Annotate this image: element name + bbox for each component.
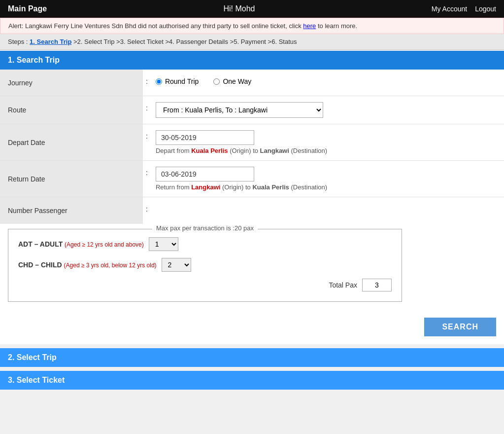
step-6: >6. Status [268, 38, 297, 45]
adult-age: (Aged ≥ 12 yrs old and above) [65, 241, 144, 248]
route-colon: : [143, 96, 151, 120]
adult-select[interactable]: 1 2 3 4 5 [149, 237, 178, 251]
alert-link[interactable]: here [303, 22, 316, 30]
section3-title: 3. Select Ticket [8, 376, 65, 384]
form-area: Journey : Round Trip One Way Route : Fro… [0, 70, 504, 344]
route-label: Route [0, 96, 143, 124]
section3-header: 3. Select Ticket [0, 371, 504, 390]
depart-dest: Langkawi [260, 147, 289, 154]
gap-spacer-1 [0, 344, 504, 346]
round-trip-option[interactable]: Round Trip [156, 77, 199, 85]
return-hint-mid: (Origin) to [220, 183, 252, 191]
search-button[interactable]: SEARCH [424, 318, 496, 336]
child-age: (Aged ≥ 3 yrs old, below 12 yrs old) [64, 262, 157, 269]
depart-origin: Kuala Perlis [191, 147, 228, 154]
return-date-input[interactable] [156, 167, 254, 181]
one-way-radio[interactable] [213, 78, 220, 85]
total-pax-input [362, 279, 392, 291]
return-date-label: Return Date [0, 161, 143, 197]
round-trip-radio[interactable] [156, 78, 162, 85]
return-origin: Langkawi [191, 183, 220, 191]
depart-date-row: Depart Date : Depart from Kuala Perlis (… [0, 124, 504, 161]
depart-hint: Depart from Kuala Perlis (Origin) to Lan… [156, 147, 499, 154]
steps-label: Steps : [8, 38, 28, 45]
one-way-label: One Way [223, 77, 251, 85]
my-account-link[interactable]: My Account [432, 5, 467, 13]
main-page-link[interactable]: Main Page [8, 4, 47, 13]
step-1[interactable]: 1. Search Trip [30, 38, 71, 45]
route-select[interactable]: From : Kuala Perlis, To : Langkawi [156, 102, 323, 118]
max-pax-title: Max pax per transaction is :20 pax [152, 224, 258, 232]
journey-options: Round Trip One Way [151, 70, 256, 93]
passenger-box-wrapper: Max pax per transaction is :20 pax ADT –… [0, 224, 504, 310]
logout-link[interactable]: Logout [475, 5, 496, 13]
header: Main Page Hi! Mohd My Account Logout [0, 0, 504, 18]
depart-date-input[interactable] [156, 130, 254, 145]
steps-bar: Steps : 1. Search Trip >2. Select Trip >… [0, 34, 504, 50]
section1-header: 1. Search Trip [0, 51, 504, 70]
step-2: >2. Select Trip [73, 38, 114, 45]
return-hint-end: (Destination) [289, 183, 327, 191]
adult-row: ADT – ADULT (Aged ≥ 12 yrs old and above… [18, 237, 392, 251]
depart-colon: : [143, 124, 151, 148]
alert-text: Alert: Langkawi Ferry Line Ventures Sdn … [8, 22, 303, 30]
gap-spacer-2 [0, 367, 504, 369]
return-hint-pre: Return from [156, 183, 191, 191]
route-row: Route : From : Kuala Perlis, To : Langka… [0, 96, 504, 124]
step-4: >4. Passenger Details [165, 38, 228, 45]
section2-title: 2. Select Trip [8, 353, 57, 362]
num-passenger-label: Number Passenger [0, 197, 143, 224]
round-trip-label: Round Trip [165, 77, 199, 85]
depart-hint-end: (Destination) [289, 147, 327, 154]
total-pax-row: Total Pax [18, 279, 392, 291]
passenger-box: Max pax per transaction is :20 pax ADT –… [8, 229, 402, 302]
child-select[interactable]: 0 1 2 3 4 5 [162, 258, 191, 272]
header-right: My Account Logout [432, 5, 496, 13]
search-btn-row: SEARCH [0, 310, 504, 344]
child-label: CHD – CHILD (Aged ≥ 3 yrs old, below 12 … [18, 261, 157, 269]
greeting: Hi! Mohd [223, 4, 255, 13]
return-date-row: Return Date : Return from Langkawi (Orig… [0, 161, 504, 197]
alert-text-end: to learn more. [316, 22, 357, 30]
step-3: >3. Select Ticket [116, 38, 164, 45]
adult-label: ADT – ADULT (Aged ≥ 12 yrs old and above… [18, 240, 144, 248]
journey-label: Journey [0, 70, 143, 96]
child-row: CHD – CHILD (Aged ≥ 3 yrs old, below 12 … [18, 258, 392, 272]
alert-bar: Alert: Langkawi Ferry Line Ventures Sdn … [0, 18, 504, 34]
return-hint: Return from Langkawi (Origin) to Kuala P… [156, 183, 499, 191]
journey-row: Journey : Round Trip One Way [0, 70, 504, 96]
num-passenger-row: Number Passenger : [0, 197, 504, 224]
child-type: CHD – CHILD [18, 261, 62, 269]
route-content: From : Kuala Perlis, To : Langkawi [151, 96, 504, 124]
depart-content: Depart from Kuala Perlis (Origin) to Lan… [151, 124, 504, 160]
step-5: >5. Payment [230, 38, 266, 45]
return-dest: Kuala Perlis [252, 183, 289, 191]
adult-type: ADT – ADULT [18, 240, 63, 248]
section1-title: 1. Search Trip [8, 56, 60, 64]
one-way-option[interactable]: One Way [213, 77, 251, 85]
section2-header: 2. Select Trip [0, 348, 504, 367]
journey-colon: : [143, 70, 151, 93]
return-content: Return from Langkawi (Origin) to Kuala P… [151, 161, 504, 197]
depart-date-label: Depart Date [0, 124, 143, 160]
depart-hint-mid: (Origin) to [228, 147, 260, 154]
return-colon: : [143, 161, 151, 184]
pax-colon: : [143, 197, 151, 221]
total-pax-label: Total Pax [329, 281, 357, 289]
depart-hint-pre: Depart from [156, 147, 191, 154]
